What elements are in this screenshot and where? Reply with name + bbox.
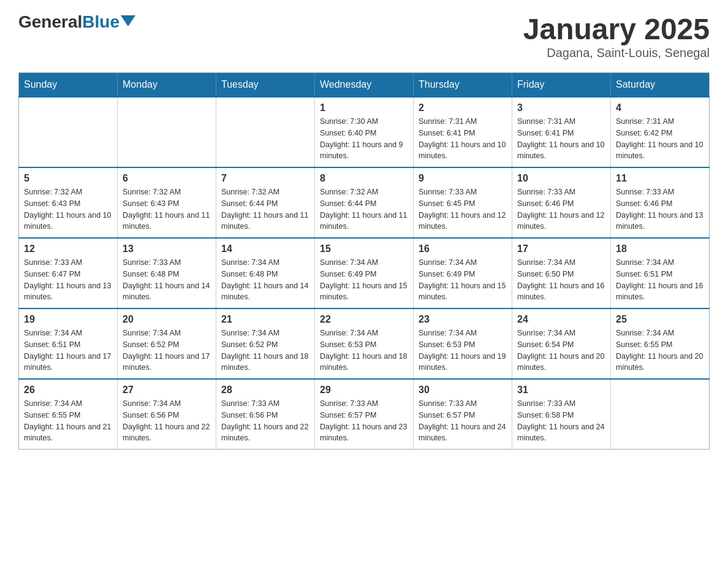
day-number: 12 xyxy=(24,243,112,255)
day-number: 7 xyxy=(221,173,309,184)
header-monday: Monday xyxy=(118,73,216,98)
calendar-cell: 10Sunrise: 7:33 AMSunset: 6:46 PMDayligh… xyxy=(512,167,611,238)
calendar-cell xyxy=(118,97,216,167)
day-number: 14 xyxy=(221,243,309,255)
calendar-cell: 31Sunrise: 7:33 AMSunset: 6:58 PMDayligh… xyxy=(512,379,611,450)
calendar-cell: 26Sunrise: 7:34 AMSunset: 6:55 PMDayligh… xyxy=(19,379,118,450)
day-info: Sunrise: 7:33 AMSunset: 6:57 PMDaylight:… xyxy=(320,398,408,444)
calendar-cell: 17Sunrise: 7:34 AMSunset: 6:50 PMDayligh… xyxy=(512,238,611,308)
day-number: 9 xyxy=(419,173,507,184)
day-info: Sunrise: 7:32 AMSunset: 6:44 PMDaylight:… xyxy=(320,186,408,232)
calendar-cell: 13Sunrise: 7:33 AMSunset: 6:48 PMDayligh… xyxy=(118,238,216,308)
logo-blue-text: Blue xyxy=(82,12,119,32)
calendar-cell: 1Sunrise: 7:30 AMSunset: 6:40 PMDaylight… xyxy=(315,97,414,167)
calendar-cell: 4Sunrise: 7:31 AMSunset: 6:42 PMDaylight… xyxy=(611,97,710,167)
calendar-cell: 12Sunrise: 7:33 AMSunset: 6:47 PMDayligh… xyxy=(19,238,118,308)
day-number: 24 xyxy=(517,314,605,325)
calendar-cell: 3Sunrise: 7:31 AMSunset: 6:41 PMDaylight… xyxy=(512,97,611,167)
day-number: 22 xyxy=(320,314,408,325)
day-number: 17 xyxy=(517,243,605,255)
calendar-cell: 23Sunrise: 7:34 AMSunset: 6:53 PMDayligh… xyxy=(414,308,512,379)
day-number: 13 xyxy=(123,243,211,255)
week-row-1: 1Sunrise: 7:30 AMSunset: 6:40 PMDaylight… xyxy=(19,97,710,167)
header-friday: Friday xyxy=(512,73,611,98)
calendar-cell: 14Sunrise: 7:34 AMSunset: 6:48 PMDayligh… xyxy=(216,238,315,308)
calendar-body: 1Sunrise: 7:30 AMSunset: 6:40 PMDaylight… xyxy=(19,97,710,450)
day-number: 3 xyxy=(517,102,605,113)
week-row-2: 5Sunrise: 7:32 AMSunset: 6:43 PMDaylight… xyxy=(19,167,710,238)
calendar-cell: 2Sunrise: 7:31 AMSunset: 6:41 PMDaylight… xyxy=(414,97,512,167)
day-number: 23 xyxy=(419,314,507,325)
day-info: Sunrise: 7:32 AMSunset: 6:43 PMDaylight:… xyxy=(24,186,112,232)
day-info: Sunrise: 7:34 AMSunset: 6:49 PMDaylight:… xyxy=(419,257,507,303)
header-wednesday: Wednesday xyxy=(315,73,414,98)
calendar-cell: 27Sunrise: 7:34 AMSunset: 6:56 PMDayligh… xyxy=(118,379,216,450)
day-number: 2 xyxy=(419,102,507,113)
header-sunday: Sunday xyxy=(19,73,118,98)
day-info: Sunrise: 7:33 AMSunset: 6:46 PMDaylight:… xyxy=(517,186,605,232)
day-number: 25 xyxy=(616,314,704,325)
calendar-cell: 28Sunrise: 7:33 AMSunset: 6:56 PMDayligh… xyxy=(216,379,315,450)
calendar-cell: 22Sunrise: 7:34 AMSunset: 6:53 PMDayligh… xyxy=(315,308,414,379)
logo-general-text: General xyxy=(18,12,82,32)
calendar-cell: 19Sunrise: 7:34 AMSunset: 6:51 PMDayligh… xyxy=(19,308,118,379)
day-number: 26 xyxy=(24,385,112,396)
day-info: Sunrise: 7:34 AMSunset: 6:52 PMDaylight:… xyxy=(123,327,211,373)
month-title: January 2025 xyxy=(523,12,710,46)
day-info: Sunrise: 7:33 AMSunset: 6:58 PMDaylight:… xyxy=(517,398,605,444)
day-info: Sunrise: 7:34 AMSunset: 6:50 PMDaylight:… xyxy=(517,257,605,303)
day-number: 15 xyxy=(320,243,408,255)
day-info: Sunrise: 7:34 AMSunset: 6:49 PMDaylight:… xyxy=(320,257,408,303)
calendar-cell: 15Sunrise: 7:34 AMSunset: 6:49 PMDayligh… xyxy=(315,238,414,308)
calendar-cell: 24Sunrise: 7:34 AMSunset: 6:54 PMDayligh… xyxy=(512,308,611,379)
calendar-cell: 8Sunrise: 7:32 AMSunset: 6:44 PMDaylight… xyxy=(315,167,414,238)
day-info: Sunrise: 7:33 AMSunset: 6:48 PMDaylight:… xyxy=(123,257,211,303)
header-saturday: Saturday xyxy=(611,73,710,98)
calendar-cell: 16Sunrise: 7:34 AMSunset: 6:49 PMDayligh… xyxy=(414,238,512,308)
calendar-cell: 7Sunrise: 7:32 AMSunset: 6:44 PMDaylight… xyxy=(216,167,315,238)
title-block: January 2025 Dagana, Saint-Louis, Senega… xyxy=(523,12,710,60)
day-number: 16 xyxy=(419,243,507,255)
week-row-5: 26Sunrise: 7:34 AMSunset: 6:55 PMDayligh… xyxy=(19,379,710,450)
day-number: 11 xyxy=(616,173,704,184)
day-info: Sunrise: 7:31 AMSunset: 6:41 PMDaylight:… xyxy=(419,116,507,162)
calendar-cell: 25Sunrise: 7:34 AMSunset: 6:55 PMDayligh… xyxy=(611,308,710,379)
calendar-cell: 18Sunrise: 7:34 AMSunset: 6:51 PMDayligh… xyxy=(611,238,710,308)
day-info: Sunrise: 7:34 AMSunset: 6:52 PMDaylight:… xyxy=(221,327,309,373)
day-number: 31 xyxy=(517,385,605,396)
logo: General Blue xyxy=(18,12,135,32)
page-header: General Blue January 2025 Dagana, Saint-… xyxy=(18,12,710,60)
calendar-table: SundayMondayTuesdayWednesdayThursdayFrid… xyxy=(18,72,710,450)
day-info: Sunrise: 7:34 AMSunset: 6:51 PMDaylight:… xyxy=(616,257,704,303)
day-info: Sunrise: 7:34 AMSunset: 6:53 PMDaylight:… xyxy=(419,327,507,373)
day-number: 10 xyxy=(517,173,605,184)
calendar-header: SundayMondayTuesdayWednesdayThursdayFrid… xyxy=(19,73,710,98)
calendar-cell: 21Sunrise: 7:34 AMSunset: 6:52 PMDayligh… xyxy=(216,308,315,379)
day-info: Sunrise: 7:33 AMSunset: 6:47 PMDaylight:… xyxy=(24,257,112,303)
day-info: Sunrise: 7:34 AMSunset: 6:51 PMDaylight:… xyxy=(24,327,112,373)
day-number: 18 xyxy=(616,243,704,255)
day-number: 6 xyxy=(123,173,211,184)
week-row-4: 19Sunrise: 7:34 AMSunset: 6:51 PMDayligh… xyxy=(19,308,710,379)
days-of-week-row: SundayMondayTuesdayWednesdayThursdayFrid… xyxy=(19,73,710,98)
header-tuesday: Tuesday xyxy=(216,73,315,98)
day-number: 30 xyxy=(419,385,507,396)
calendar-cell: 5Sunrise: 7:32 AMSunset: 6:43 PMDaylight… xyxy=(19,167,118,238)
day-number: 4 xyxy=(616,102,704,113)
day-number: 28 xyxy=(221,385,309,396)
calendar-cell: 9Sunrise: 7:33 AMSunset: 6:45 PMDaylight… xyxy=(414,167,512,238)
day-number: 8 xyxy=(320,173,408,184)
day-info: Sunrise: 7:32 AMSunset: 6:43 PMDaylight:… xyxy=(123,186,211,232)
calendar-cell xyxy=(611,379,710,450)
day-info: Sunrise: 7:34 AMSunset: 6:55 PMDaylight:… xyxy=(616,327,704,373)
header-thursday: Thursday xyxy=(414,73,512,98)
calendar-cell: 6Sunrise: 7:32 AMSunset: 6:43 PMDaylight… xyxy=(118,167,216,238)
day-info: Sunrise: 7:34 AMSunset: 6:48 PMDaylight:… xyxy=(221,257,309,303)
day-info: Sunrise: 7:33 AMSunset: 6:56 PMDaylight:… xyxy=(221,398,309,444)
calendar-cell: 11Sunrise: 7:33 AMSunset: 6:46 PMDayligh… xyxy=(611,167,710,238)
day-info: Sunrise: 7:33 AMSunset: 6:46 PMDaylight:… xyxy=(616,186,704,232)
calendar-cell xyxy=(19,97,118,167)
day-number: 29 xyxy=(320,385,408,396)
week-row-3: 12Sunrise: 7:33 AMSunset: 6:47 PMDayligh… xyxy=(19,238,710,308)
day-info: Sunrise: 7:30 AMSunset: 6:40 PMDaylight:… xyxy=(320,116,408,162)
